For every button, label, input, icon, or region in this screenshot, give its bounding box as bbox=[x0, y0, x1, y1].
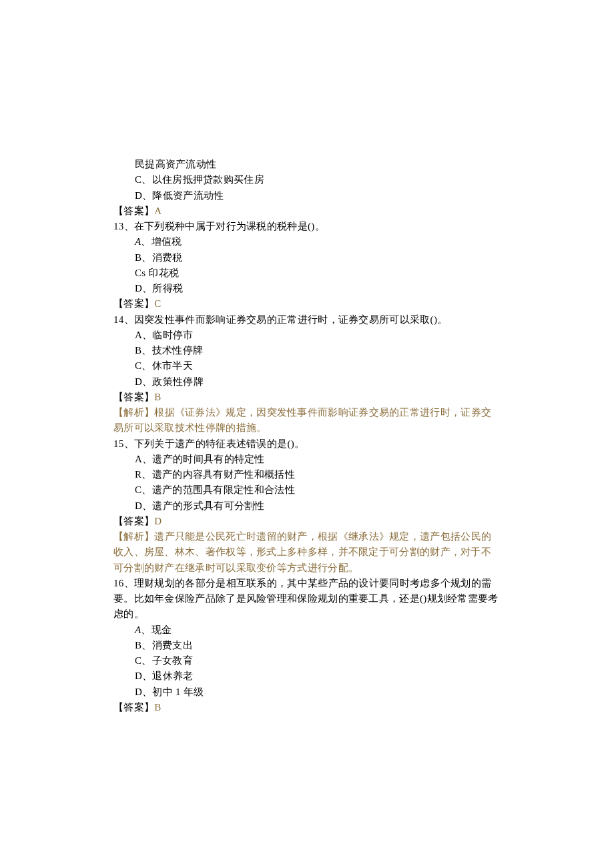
answer-value: D bbox=[154, 516, 162, 526]
option-c: C、休市半天 bbox=[113, 358, 501, 374]
answer-label: 【答案】 bbox=[113, 298, 154, 309]
explanation-line: 【解析】根据《证券法》规定，因突发性事件而影响证券交易的正常进行时，证券交易所可… bbox=[113, 405, 501, 436]
option-a-text: 、现金 bbox=[141, 624, 172, 635]
option-a: A、增值税 bbox=[113, 234, 501, 250]
answer-label: 【答案】 bbox=[113, 205, 154, 216]
option-d: D、降低资产流动性 bbox=[113, 188, 501, 203]
answer-label: 【答案】 bbox=[113, 392, 154, 402]
explanation-line: 【解析】遗产只能是公民死亡时遗留的财产，根据《继承法》规定，遗产包括公民的收入、… bbox=[113, 529, 501, 576]
answer-line: 【答案】B bbox=[113, 390, 501, 405]
option-c: C、以住房抵押贷款购买住房 bbox=[113, 172, 501, 187]
option-a: A、现金 bbox=[113, 622, 501, 638]
option-d: D、所得税 bbox=[113, 281, 501, 296]
answer-line: 【答案】D bbox=[113, 514, 501, 529]
question-stem: 15、下列关于遗产的特征表述错误的是()。 bbox=[113, 436, 501, 452]
option-b: B、消费支出 bbox=[113, 638, 501, 653]
explanation-label: 【解析】 bbox=[113, 407, 154, 418]
document-page: { "colors": { "accent": "#8A6D3B" }, "q1… bbox=[0, 0, 614, 868]
option-d: D、退休养老 bbox=[113, 669, 501, 684]
explanation-text: 遗产只能是公民死亡时遗留的财产，根据《继承法》规定，遗产包括公民的收入、房屋、林… bbox=[113, 531, 491, 573]
option-b: R、遗产的内容具有财产性和概括性 bbox=[113, 467, 501, 482]
option-a-text: 、增值税 bbox=[141, 236, 182, 247]
option-c: Cs 印花税 bbox=[113, 266, 501, 281]
option-a: A、遗产的时间具有的特定性 bbox=[113, 452, 501, 467]
option-b: B、消费税 bbox=[113, 250, 501, 266]
answer-label: 【答案】 bbox=[113, 516, 154, 526]
option-remainder: 民提高资产流动性 bbox=[113, 157, 501, 172]
answer-line: 【答案】A bbox=[113, 203, 501, 219]
answer-value: C bbox=[154, 298, 161, 309]
question-stem: 13、在下列税种中属于对行为课税的税种是()。 bbox=[113, 219, 501, 234]
answer-value: B bbox=[154, 392, 161, 402]
answer-value: A bbox=[154, 205, 162, 216]
answer-label: 【答案】 bbox=[113, 702, 154, 713]
answer-value: B bbox=[154, 702, 161, 713]
option-a: A、临时停市 bbox=[113, 328, 501, 343]
option-d: D、遗产的形式具有可分割性 bbox=[113, 498, 501, 514]
option-e: D、初中 1 年级 bbox=[113, 685, 501, 700]
option-c: C、遗产的范围具有限定性和合法性 bbox=[113, 482, 501, 498]
question-stem: 16、理财规划的各部分是相互联系的，其中某些产品的设计要同时考虑多个规划的需要。… bbox=[113, 576, 501, 622]
option-d: D、政策性停牌 bbox=[113, 374, 501, 390]
answer-line: 【答案】B bbox=[113, 700, 501, 715]
option-c: C、子女教育 bbox=[113, 653, 501, 669]
question-stem: 14、因突发性事件而影响证券交易的正常进行时，证券交易所可以采取()。 bbox=[113, 312, 501, 328]
option-b: B、技术性停牌 bbox=[113, 343, 501, 358]
explanation-label: 【解析】 bbox=[113, 531, 154, 542]
explanation-text: 根据《证券法》规定，因突发性事件而影响证券交易的正常进行时，证券交易所可以采取技… bbox=[113, 407, 491, 433]
answer-line: 【答案】C bbox=[113, 296, 501, 312]
